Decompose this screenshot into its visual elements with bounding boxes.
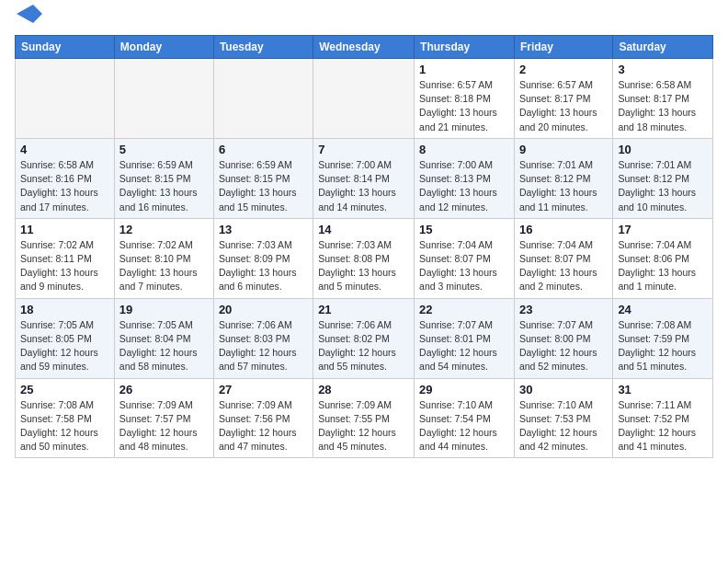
day-number: 11: [20, 223, 109, 236]
day-number: 26: [119, 383, 209, 396]
day-number: 5: [119, 143, 209, 156]
header-monday: Monday: [114, 36, 213, 59]
day-cell: [213, 59, 313, 139]
day-number: 28: [318, 383, 409, 396]
day-cell: 18Sunrise: 7:05 AM Sunset: 8:05 PM Dayli…: [16, 298, 115, 378]
day-cell: 16Sunrise: 7:04 AM Sunset: 8:07 PM Dayli…: [514, 218, 612, 298]
day-cell: 23Sunrise: 7:07 AM Sunset: 8:00 PM Dayli…: [514, 298, 612, 378]
week-row-1: 1Sunrise: 6:57 AM Sunset: 8:18 PM Daylig…: [16, 59, 713, 139]
day-info: Sunrise: 7:02 AM Sunset: 8:11 PM Dayligh…: [20, 238, 109, 294]
header-friday: Friday: [514, 36, 612, 59]
day-info: Sunrise: 6:59 AM Sunset: 8:15 PM Dayligh…: [119, 158, 209, 214]
calendar-body: 1Sunrise: 6:57 AM Sunset: 8:18 PM Daylig…: [16, 59, 713, 458]
day-number: 20: [219, 303, 308, 316]
day-info: Sunrise: 7:10 AM Sunset: 7:54 PM Dayligh…: [419, 398, 509, 454]
day-cell: 2Sunrise: 6:57 AM Sunset: 8:17 PM Daylig…: [514, 59, 612, 139]
day-number: 17: [618, 223, 708, 236]
day-cell: 30Sunrise: 7:10 AM Sunset: 7:53 PM Dayli…: [514, 378, 612, 458]
day-cell: 25Sunrise: 7:08 AM Sunset: 7:58 PM Dayli…: [16, 378, 115, 458]
day-info: Sunrise: 7:00 AM Sunset: 8:13 PM Dayligh…: [419, 158, 509, 214]
day-cell: 15Sunrise: 7:04 AM Sunset: 8:07 PM Dayli…: [415, 218, 515, 298]
header-tuesday: Tuesday: [213, 36, 313, 59]
day-cell: 8Sunrise: 7:00 AM Sunset: 8:13 PM Daylig…: [415, 138, 515, 218]
header-thursday: Thursday: [415, 36, 515, 59]
day-info: Sunrise: 7:08 AM Sunset: 7:59 PM Dayligh…: [618, 318, 708, 374]
week-row-2: 4Sunrise: 6:58 AM Sunset: 8:16 PM Daylig…: [16, 138, 713, 218]
day-cell: 5Sunrise: 6:59 AM Sunset: 8:15 PM Daylig…: [114, 138, 213, 218]
day-info: Sunrise: 6:59 AM Sunset: 8:15 PM Dayligh…: [219, 158, 308, 214]
day-cell: 21Sunrise: 7:06 AM Sunset: 8:02 PM Dayli…: [313, 298, 415, 378]
day-cell: 12Sunrise: 7:02 AM Sunset: 8:10 PM Dayli…: [114, 218, 213, 298]
day-cell: 1Sunrise: 6:57 AM Sunset: 8:18 PM Daylig…: [415, 59, 515, 139]
day-number: 10: [618, 143, 708, 156]
day-cell: 29Sunrise: 7:10 AM Sunset: 7:54 PM Dayli…: [415, 378, 515, 458]
day-number: 16: [519, 223, 608, 236]
svg-marker-0: [17, 5, 42, 23]
day-cell: 9Sunrise: 7:01 AM Sunset: 8:12 PM Daylig…: [514, 138, 612, 218]
day-cell: [16, 59, 115, 139]
day-info: Sunrise: 7:10 AM Sunset: 7:53 PM Dayligh…: [519, 398, 608, 454]
day-info: Sunrise: 7:05 AM Sunset: 8:04 PM Dayligh…: [119, 318, 209, 374]
day-number: 15: [419, 223, 509, 236]
day-number: 30: [519, 383, 608, 396]
day-cell: 11Sunrise: 7:02 AM Sunset: 8:11 PM Dayli…: [16, 218, 115, 298]
day-cell: 24Sunrise: 7:08 AM Sunset: 7:59 PM Dayli…: [613, 298, 713, 378]
logo: [15, 11, 42, 28]
header-saturday: Saturday: [613, 36, 713, 59]
week-row-5: 25Sunrise: 7:08 AM Sunset: 7:58 PM Dayli…: [16, 378, 713, 458]
day-number: 18: [20, 303, 109, 316]
calendar-header: SundayMondayTuesdayWednesdayThursdayFrid…: [16, 36, 713, 59]
day-info: Sunrise: 7:04 AM Sunset: 8:06 PM Dayligh…: [618, 238, 708, 294]
day-info: Sunrise: 7:03 AM Sunset: 8:08 PM Dayligh…: [318, 238, 409, 294]
day-number: 31: [618, 383, 708, 396]
day-number: 7: [318, 143, 409, 156]
day-number: 2: [519, 63, 608, 76]
day-info: Sunrise: 6:57 AM Sunset: 8:18 PM Dayligh…: [419, 78, 509, 134]
day-number: 9: [519, 143, 608, 156]
day-info: Sunrise: 7:06 AM Sunset: 8:02 PM Dayligh…: [318, 318, 409, 374]
day-cell: 28Sunrise: 7:09 AM Sunset: 7:55 PM Dayli…: [313, 378, 415, 458]
day-cell: 6Sunrise: 6:59 AM Sunset: 8:15 PM Daylig…: [213, 138, 313, 218]
day-number: 4: [20, 143, 109, 156]
day-info: Sunrise: 7:11 AM Sunset: 7:52 PM Dayligh…: [618, 398, 708, 454]
calendar-table: SundayMondayTuesdayWednesdayThursdayFrid…: [15, 35, 713, 458]
day-cell: 10Sunrise: 7:01 AM Sunset: 8:12 PM Dayli…: [613, 138, 713, 218]
day-info: Sunrise: 7:09 AM Sunset: 7:56 PM Dayligh…: [219, 398, 308, 454]
day-info: Sunrise: 7:07 AM Sunset: 8:00 PM Dayligh…: [519, 318, 608, 374]
day-number: 13: [219, 223, 308, 236]
day-info: Sunrise: 7:02 AM Sunset: 8:10 PM Dayligh…: [119, 238, 209, 294]
day-cell: 26Sunrise: 7:09 AM Sunset: 7:57 PM Dayli…: [114, 378, 213, 458]
day-cell: 17Sunrise: 7:04 AM Sunset: 8:06 PM Dayli…: [613, 218, 713, 298]
day-info: Sunrise: 7:04 AM Sunset: 8:07 PM Dayligh…: [419, 238, 509, 294]
day-info: Sunrise: 7:00 AM Sunset: 8:14 PM Dayligh…: [318, 158, 409, 214]
day-number: 8: [419, 143, 509, 156]
day-cell: 19Sunrise: 7:05 AM Sunset: 8:04 PM Dayli…: [114, 298, 213, 378]
day-cell: 14Sunrise: 7:03 AM Sunset: 8:08 PM Dayli…: [313, 218, 415, 298]
day-cell: 31Sunrise: 7:11 AM Sunset: 7:52 PM Dayli…: [613, 378, 713, 458]
day-cell: 3Sunrise: 6:58 AM Sunset: 8:17 PM Daylig…: [613, 59, 713, 139]
header-sunday: Sunday: [16, 36, 115, 59]
day-cell: [313, 59, 415, 139]
day-number: 14: [318, 223, 409, 236]
header: [15, 11, 713, 28]
day-cell: 4Sunrise: 6:58 AM Sunset: 8:16 PM Daylig…: [16, 138, 115, 218]
day-info: Sunrise: 6:58 AM Sunset: 8:17 PM Dayligh…: [618, 78, 708, 134]
day-cell: 13Sunrise: 7:03 AM Sunset: 8:09 PM Dayli…: [213, 218, 313, 298]
day-cell: [114, 59, 213, 139]
day-number: 22: [419, 303, 509, 316]
header-row: SundayMondayTuesdayWednesdayThursdayFrid…: [16, 36, 713, 59]
day-info: Sunrise: 6:58 AM Sunset: 8:16 PM Dayligh…: [20, 158, 109, 214]
day-info: Sunrise: 7:09 AM Sunset: 7:55 PM Dayligh…: [318, 398, 409, 454]
day-info: Sunrise: 7:06 AM Sunset: 8:03 PM Dayligh…: [219, 318, 308, 374]
day-info: Sunrise: 7:04 AM Sunset: 8:07 PM Dayligh…: [519, 238, 608, 294]
day-number: 21: [318, 303, 409, 316]
day-info: Sunrise: 7:01 AM Sunset: 8:12 PM Dayligh…: [519, 158, 608, 214]
day-info: Sunrise: 7:09 AM Sunset: 7:57 PM Dayligh…: [119, 398, 209, 454]
day-info: Sunrise: 7:08 AM Sunset: 7:58 PM Dayligh…: [20, 398, 109, 454]
day-number: 23: [519, 303, 608, 316]
logo-arrow-icon: [17, 5, 42, 25]
day-number: 24: [618, 303, 708, 316]
day-info: Sunrise: 6:57 AM Sunset: 8:17 PM Dayligh…: [519, 78, 608, 134]
day-cell: 22Sunrise: 7:07 AM Sunset: 8:01 PM Dayli…: [415, 298, 515, 378]
day-number: 1: [419, 63, 509, 76]
